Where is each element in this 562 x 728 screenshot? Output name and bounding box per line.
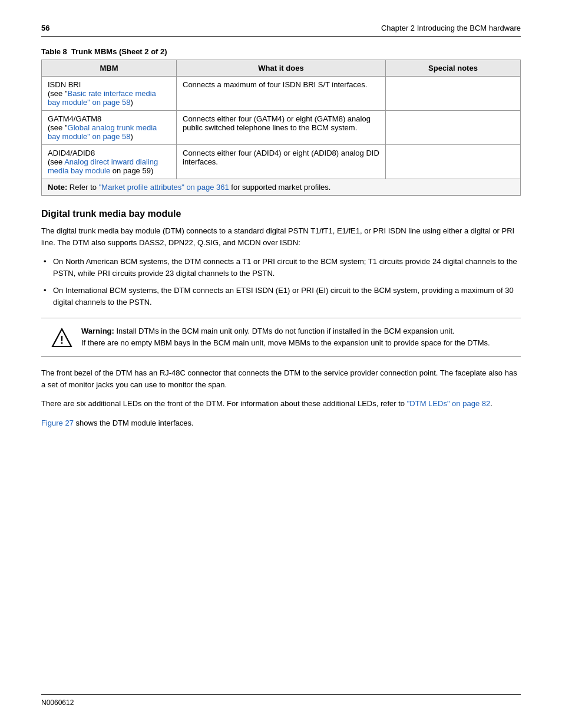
mbm-see-suffix: on page 59) xyxy=(110,166,153,175)
warning-box: ! Warning: Install DTMs in the BCM main … xyxy=(41,318,521,357)
table-row: ADID4/ADID8 (see Analog direct inward di… xyxy=(42,145,521,179)
dtm-leds-link[interactable]: "DTM LEDs" on page 82 xyxy=(407,399,490,408)
note-label: Note: xyxy=(48,183,67,192)
trunk-mbm-table: MBM What it does Special notes ISDN BRI … xyxy=(41,60,521,196)
dtm-para3-suffix: shows the DTM module interfaces. xyxy=(74,419,194,427)
table-note-cell: Note: Refer to "Market profile attribute… xyxy=(42,179,521,196)
mbm-title: GATM4/GATM8 xyxy=(48,114,101,123)
footer-rule: N0060612 xyxy=(41,694,521,707)
page: 56 Chapter 2 Introducing the BCM hardwar… xyxy=(0,0,562,728)
table-row: ISDN BRI (see "Basic rate interface medi… xyxy=(42,77,521,111)
page-number: 56 xyxy=(41,24,49,32)
warning-content: Warning: Install DTMs in the BCM main un… xyxy=(81,325,490,349)
section-heading: Digital trunk media bay module xyxy=(41,209,521,219)
footer-text: N0060612 xyxy=(41,699,521,707)
note-text: Refer to xyxy=(70,183,99,192)
list-item: On International BCM systems, the DTM co… xyxy=(41,285,521,308)
table-note-row: Note: Refer to "Market profile attribute… xyxy=(42,179,521,196)
svg-text:!: ! xyxy=(60,334,64,346)
figure27-link[interactable]: Figure 27 xyxy=(41,419,74,427)
warning-icon: ! xyxy=(51,327,73,349)
mbm-see-prefix: (see " xyxy=(48,123,68,132)
mbm-title: ISDN BRI xyxy=(48,80,81,89)
table-caption: Table 8 Trunk MBMs (Sheet 2 of 2) xyxy=(41,47,521,56)
mbm-title: ADID4/ADID8 xyxy=(48,149,95,157)
list-item: On North American BCM systems, the DTM c… xyxy=(41,256,521,279)
mbm-gatm-what: Connects either four (GATM4) or eight (G… xyxy=(177,111,386,145)
mbm-adid: ADID4/ADID8 (see Analog direct inward di… xyxy=(42,145,177,179)
note-suffix: for supported market profiles. xyxy=(231,183,330,192)
mbm-gatm-notes xyxy=(385,111,520,145)
bullet-list: On North American BCM systems, the DTM c… xyxy=(41,256,521,308)
mbm-isdn-bri-what: Connects a maximum of four ISDN BRI S/T … xyxy=(177,77,386,111)
note-link[interactable]: "Market profile attributes" on page 361 xyxy=(99,183,229,192)
mbm-see-prefix: (see " xyxy=(48,89,68,98)
warning-label: Warning: xyxy=(81,327,116,335)
dtm-para3: Figure 27 shows the DTM module interface… xyxy=(41,417,521,429)
header: 56 Chapter 2 Introducing the BCM hardwar… xyxy=(41,24,521,37)
mbm-see-suffix: ) xyxy=(131,98,133,107)
warning-text1: Install DTMs in the BCM main unit only. … xyxy=(116,327,454,335)
col-header-what: What it does xyxy=(177,60,386,77)
dtm-para2-suffix: . xyxy=(490,399,492,408)
col-header-mbm: MBM xyxy=(42,60,177,77)
mbm-isdn-bri-notes xyxy=(385,77,520,111)
warning-text2: If there are no empty MBM bays in the BC… xyxy=(81,338,490,347)
col-header-notes: Special notes xyxy=(385,60,520,77)
table-row: GATM4/GATM8 (see "Global analog trunk me… xyxy=(42,111,521,145)
mbm-see-suffix: ) xyxy=(131,132,133,141)
mbm-adid-what: Connects either four (ADID4) or eight (A… xyxy=(177,145,386,179)
mbm-adid-notes xyxy=(385,145,520,179)
dtm-para2: There are six additional LEDs on the fro… xyxy=(41,398,521,410)
section-intro: The digital trunk media bay module (DTM)… xyxy=(41,225,521,249)
mbm-see-prefix: (see xyxy=(48,157,64,166)
mbm-isdn-bri: ISDN BRI (see "Basic rate interface medi… xyxy=(42,77,177,111)
dtm-para1: The front bezel of the DTM has an RJ-48C… xyxy=(41,367,521,391)
mbm-gatm: GATM4/GATM8 (see "Global analog trunk me… xyxy=(42,111,177,145)
header-title: Chapter 2 Introducing the BCM hardware xyxy=(381,24,521,32)
dtm-para2-prefix: There are six additional LEDs on the fro… xyxy=(41,399,407,408)
